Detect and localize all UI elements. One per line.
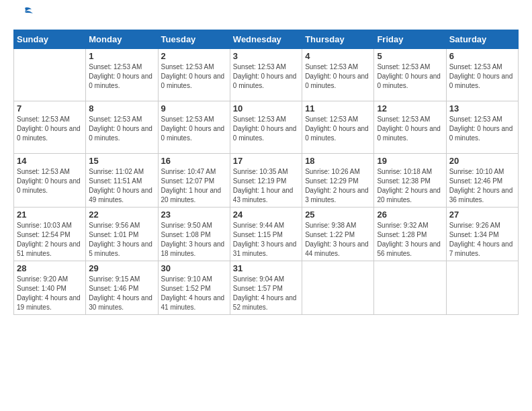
header: [13, 11, 519, 24]
day-number: 4: [305, 51, 371, 61]
day-cell: 9Sunset: 12:53 AM Daylight: 0 hours and …: [158, 101, 230, 154]
day-cell: 19Sunrise: 10:18 AM Sunset: 12:38 PM Day…: [374, 154, 446, 208]
day-info: Sunrise: 9:04 AM Sunset: 1:57 PM Dayligh…: [233, 275, 299, 312]
day-info: Sunset: 12:53 AM Daylight: 0 hours and 0…: [377, 62, 443, 91]
day-cell: 3Sunset: 12:53 AM Daylight: 0 hours and …: [230, 49, 302, 101]
day-number: 25: [305, 210, 371, 220]
day-info: Sunrise: 10:03 AM Sunset: 12:54 PM Dayli…: [17, 221, 83, 259]
day-info: Sunset: 12:53 AM Daylight: 0 hours and 0…: [161, 115, 227, 143]
day-info: Sunrise: 11:02 AM Sunset: 11:51 AM Dayli…: [89, 167, 154, 205]
page: SundayMondayTuesdayWednesdayThursdayFrid…: [0, 0, 532, 322]
day-cell: 12Sunset: 12:53 AM Daylight: 0 hours and…: [374, 101, 446, 154]
day-cell: 20Sunrise: 10:10 AM Sunset: 12:46 PM Day…: [446, 154, 518, 208]
day-cell: 5Sunset: 12:53 AM Daylight: 0 hours and …: [374, 49, 446, 101]
day-info: Sunset: 12:53 AM Daylight: 0 hours and 0…: [449, 62, 515, 91]
week-row-4: 21Sunrise: 10:03 AM Sunset: 12:54 PM Day…: [14, 208, 519, 261]
day-number: 29: [89, 263, 154, 273]
day-info: Sunset: 12:53 AM Daylight: 0 hours and 0…: [233, 115, 299, 143]
day-info: Sunset: 12:53 AM Daylight: 0 hours and 0…: [233, 62, 299, 91]
day-number: 19: [377, 156, 443, 166]
day-info: Sunset: 12:53 AM Daylight: 0 hours and 0…: [449, 115, 515, 143]
day-info: Sunrise: 9:50 AM Sunset: 1:08 PM Dayligh…: [161, 221, 227, 259]
day-cell: 26Sunrise: 9:32 AM Sunset: 1:28 PM Dayli…: [374, 208, 446, 261]
day-info: Sunset: 12:53 AM Daylight: 0 hours and 0…: [89, 62, 154, 91]
header-cell-wednesday: Wednesday: [230, 30, 302, 49]
day-cell: 29Sunrise: 9:15 AM Sunset: 1:46 PM Dayli…: [86, 261, 158, 315]
header-row: SundayMondayTuesdayWednesdayThursdayFrid…: [14, 30, 519, 49]
day-cell: 10Sunset: 12:53 AM Daylight: 0 hours and…: [230, 101, 302, 154]
day-cell: 7Sunset: 12:53 AM Daylight: 0 hours and …: [14, 101, 86, 154]
day-info: Sunrise: 10:35 AM Sunset: 12:19 PM Dayli…: [233, 167, 299, 205]
day-info: Sunrise: 9:26 AM Sunset: 1:34 PM Dayligh…: [449, 221, 515, 259]
day-info: Sunrise: 9:10 AM Sunset: 1:52 PM Dayligh…: [161, 275, 227, 312]
day-cell: 17Sunrise: 10:35 AM Sunset: 12:19 PM Day…: [230, 154, 302, 208]
day-info: Sunset: 12:53 AM Daylight: 0 hours and 0…: [305, 62, 371, 91]
day-cell: 22Sunrise: 9:56 AM Sunset: 1:01 PM Dayli…: [86, 208, 158, 261]
logo-bird-icon: [15, 5, 34, 24]
day-cell: 4Sunset: 12:53 AM Daylight: 0 hours and …: [302, 49, 374, 101]
day-number: 15: [89, 156, 154, 166]
day-number: 26: [377, 210, 443, 220]
day-number: 6: [449, 51, 515, 61]
day-info: Sunrise: 9:15 AM Sunset: 1:46 PM Dayligh…: [89, 275, 154, 312]
day-cell: 30Sunrise: 9:10 AM Sunset: 1:52 PM Dayli…: [158, 261, 230, 315]
header-cell-thursday: Thursday: [302, 30, 374, 49]
day-cell: 24Sunrise: 9:44 AM Sunset: 1:15 PM Dayli…: [230, 208, 302, 261]
day-cell: 13Sunset: 12:53 AM Daylight: 0 hours and…: [446, 101, 518, 154]
header-cell-sunday: Sunday: [14, 30, 86, 49]
header-cell-friday: Friday: [374, 30, 446, 49]
day-cell: 31Sunrise: 9:04 AM Sunset: 1:57 PM Dayli…: [230, 261, 302, 315]
day-info: Sunrise: 9:44 AM Sunset: 1:15 PM Dayligh…: [233, 221, 299, 259]
day-info: Sunrise: 9:56 AM Sunset: 1:01 PM Dayligh…: [89, 221, 154, 259]
day-cell: 2Sunset: 12:53 AM Daylight: 0 hours and …: [158, 49, 230, 101]
day-cell: 28Sunrise: 9:20 AM Sunset: 1:40 PM Dayli…: [14, 261, 86, 315]
day-cell: 16Sunrise: 10:47 AM Sunset: 12:07 PM Day…: [158, 154, 230, 208]
day-number: 21: [17, 210, 83, 220]
day-cell: 11Sunset: 12:53 AM Daylight: 0 hours and…: [302, 101, 374, 154]
day-cell: 25Sunrise: 9:38 AM Sunset: 1:22 PM Dayli…: [302, 208, 374, 261]
header-cell-tuesday: Tuesday: [158, 30, 230, 49]
day-info: Sunset: 12:53 AM Daylight: 0 hours and 0…: [377, 115, 443, 143]
day-number: 7: [17, 103, 83, 113]
day-info: Sunset: 12:53 AM Daylight: 0 hours and 0…: [17, 167, 83, 195]
day-cell: 18Sunrise: 10:26 AM Sunset: 12:29 PM Day…: [302, 154, 374, 208]
day-number: 18: [305, 156, 371, 166]
day-number: 27: [449, 210, 515, 220]
logo: [13, 11, 34, 24]
day-number: 1: [89, 51, 154, 61]
day-number: 22: [89, 210, 154, 220]
day-info: Sunrise: 10:47 AM Sunset: 12:07 PM Dayli…: [161, 167, 227, 205]
day-number: 9: [161, 103, 227, 113]
day-info: Sunset: 12:53 AM Daylight: 0 hours and 0…: [17, 115, 83, 143]
week-row-1: 1Sunset: 12:53 AM Daylight: 0 hours and …: [14, 49, 519, 101]
day-info: Sunset: 12:53 AM Daylight: 0 hours and 0…: [89, 115, 154, 143]
day-cell: [14, 49, 86, 101]
day-info: Sunrise: 9:32 AM Sunset: 1:28 PM Dayligh…: [377, 221, 443, 259]
day-info: Sunrise: 9:38 AM Sunset: 1:22 PM Dayligh…: [305, 221, 371, 259]
day-cell: [446, 261, 518, 315]
day-number: 8: [89, 103, 154, 113]
day-cell: 14Sunset: 12:53 AM Daylight: 0 hours and…: [14, 154, 86, 208]
day-cell: 27Sunrise: 9:26 AM Sunset: 1:34 PM Dayli…: [446, 208, 518, 261]
header-cell-saturday: Saturday: [446, 30, 518, 49]
day-number: 12: [377, 103, 443, 113]
day-number: 23: [161, 210, 227, 220]
day-info: Sunrise: 9:20 AM Sunset: 1:40 PM Dayligh…: [17, 275, 83, 312]
day-cell: 15Sunrise: 11:02 AM Sunset: 11:51 AM Day…: [86, 154, 158, 208]
day-number: 10: [233, 103, 299, 113]
day-number: 11: [305, 103, 371, 113]
day-number: 3: [233, 51, 299, 61]
day-number: 20: [449, 156, 515, 166]
day-info: Sunset: 12:53 AM Daylight: 0 hours and 0…: [305, 115, 371, 143]
calendar-table: SundayMondayTuesdayWednesdayThursdayFrid…: [13, 30, 519, 315]
day-number: 30: [161, 263, 227, 273]
day-cell: 8Sunset: 12:53 AM Daylight: 0 hours and …: [86, 101, 158, 154]
day-info: Sunrise: 10:26 AM Sunset: 12:29 PM Dayli…: [305, 167, 371, 205]
day-cell: [374, 261, 446, 315]
header-cell-monday: Monday: [86, 30, 158, 49]
day-number: 13: [449, 103, 515, 113]
day-number: 5: [377, 51, 443, 61]
day-number: 17: [233, 156, 299, 166]
day-cell: 6Sunset: 12:53 AM Daylight: 0 hours and …: [446, 49, 518, 101]
day-cell: 21Sunrise: 10:03 AM Sunset: 12:54 PM Day…: [14, 208, 86, 261]
